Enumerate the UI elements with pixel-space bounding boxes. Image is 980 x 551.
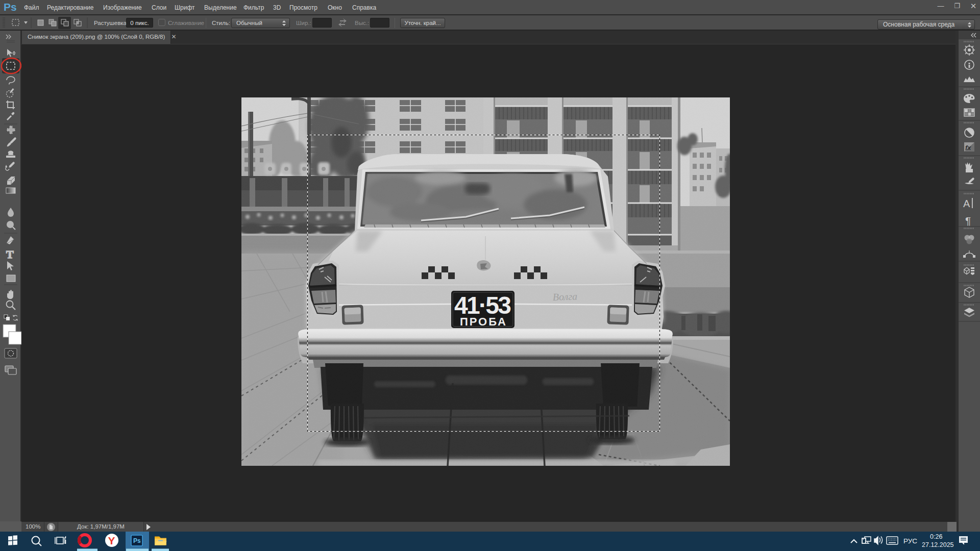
svg-text:РУС: РУС — [903, 537, 917, 545]
svg-text:¶: ¶ — [965, 215, 971, 227]
svg-text:T: T — [6, 248, 14, 261]
svg-text:A: A — [963, 198, 970, 209]
svg-text:Ps: Ps — [133, 537, 141, 544]
svg-text:Y: Y — [108, 535, 115, 546]
svg-text:fx: fx — [965, 144, 971, 152]
svg-text:0:26: 0:26 — [930, 533, 942, 540]
svg-text:27.12.2025: 27.12.2025 — [922, 541, 954, 548]
